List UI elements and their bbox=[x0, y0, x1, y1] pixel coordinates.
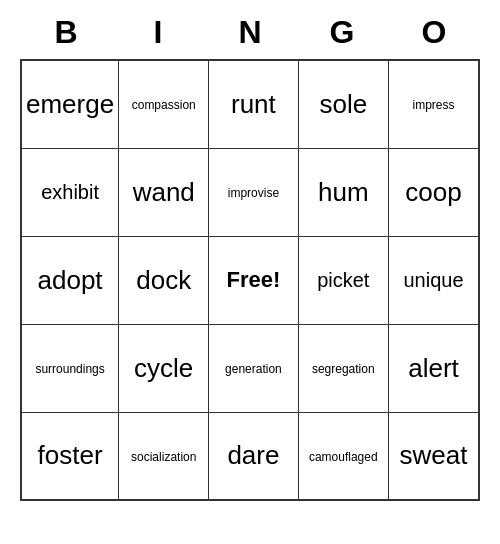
cell-text: runt bbox=[231, 89, 276, 119]
bingo-cell: hum bbox=[298, 148, 388, 236]
cell-text: unique bbox=[403, 269, 463, 291]
cell-text: impress bbox=[413, 98, 455, 112]
bingo-cell: socialization bbox=[119, 412, 209, 500]
bingo-header: BINGO bbox=[20, 10, 480, 55]
bingo-cell: dare bbox=[209, 412, 298, 500]
cell-text: segregation bbox=[312, 362, 375, 376]
header-letter: G bbox=[296, 10, 388, 55]
cell-text: sweat bbox=[400, 440, 468, 470]
cell-text: foster bbox=[38, 440, 103, 470]
bingo-cell: coop bbox=[389, 148, 479, 236]
cell-text: hum bbox=[318, 177, 369, 207]
cell-text: alert bbox=[408, 353, 459, 383]
cell-text: generation bbox=[225, 362, 282, 376]
bingo-cell: sweat bbox=[389, 412, 479, 500]
bingo-cell: cycle bbox=[119, 324, 209, 412]
bingo-cell: segregation bbox=[298, 324, 388, 412]
cell-text: exhibit bbox=[41, 181, 99, 203]
bingo-grid: emergecompassionruntsoleimpressexhibitwa… bbox=[20, 59, 480, 501]
cell-text: Free! bbox=[227, 267, 281, 292]
bingo-cell: sole bbox=[298, 60, 388, 148]
cell-text: improvise bbox=[228, 186, 279, 200]
cell-text: dare bbox=[227, 440, 279, 470]
header-letter: O bbox=[388, 10, 480, 55]
cell-text: adopt bbox=[38, 265, 103, 295]
bingo-cell: impress bbox=[389, 60, 479, 148]
cell-text: sole bbox=[319, 89, 367, 119]
cell-text: surroundings bbox=[35, 362, 104, 376]
table-row: emergecompassionruntsoleimpress bbox=[21, 60, 479, 148]
bingo-cell: Free! bbox=[209, 236, 298, 324]
bingo-cell: improvise bbox=[209, 148, 298, 236]
cell-text: picket bbox=[317, 269, 369, 291]
cell-text: emerge bbox=[26, 89, 114, 119]
cell-text: dock bbox=[136, 265, 191, 295]
bingo-cell: wand bbox=[119, 148, 209, 236]
bingo-cell: alert bbox=[389, 324, 479, 412]
header-letter: B bbox=[20, 10, 112, 55]
header-letter: N bbox=[204, 10, 296, 55]
table-row: fostersocializationdarecamouflagedsweat bbox=[21, 412, 479, 500]
bingo-cell: compassion bbox=[119, 60, 209, 148]
table-row: exhibitwandimprovisehumcoop bbox=[21, 148, 479, 236]
bingo-cell: surroundings bbox=[21, 324, 119, 412]
bingo-cell: adopt bbox=[21, 236, 119, 324]
cell-text: socialization bbox=[131, 450, 196, 464]
bingo-cell: unique bbox=[389, 236, 479, 324]
bingo-cell: runt bbox=[209, 60, 298, 148]
cell-text: coop bbox=[405, 177, 461, 207]
cell-text: camouflaged bbox=[309, 450, 378, 464]
cell-text: compassion bbox=[132, 98, 196, 112]
cell-text: cycle bbox=[134, 353, 193, 383]
table-row: adoptdockFree!picketunique bbox=[21, 236, 479, 324]
bingo-cell: camouflaged bbox=[298, 412, 388, 500]
bingo-cell: dock bbox=[119, 236, 209, 324]
bingo-cell: generation bbox=[209, 324, 298, 412]
table-row: surroundingscyclegenerationsegregational… bbox=[21, 324, 479, 412]
bingo-cell: exhibit bbox=[21, 148, 119, 236]
cell-text: wand bbox=[133, 177, 195, 207]
bingo-cell: emerge bbox=[21, 60, 119, 148]
header-letter: I bbox=[112, 10, 204, 55]
bingo-cell: picket bbox=[298, 236, 388, 324]
bingo-cell: foster bbox=[21, 412, 119, 500]
